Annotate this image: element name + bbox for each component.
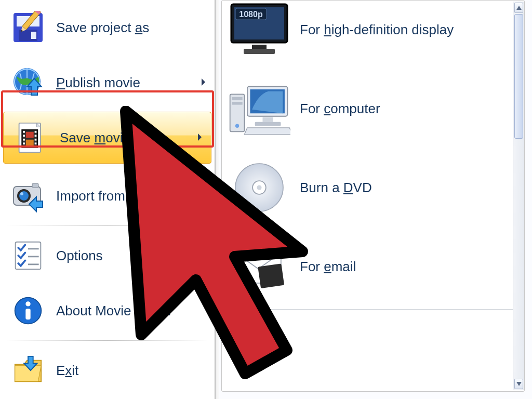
menu-item-label: Publish movie	[56, 75, 201, 91]
svg-rect-19	[35, 142, 37, 144]
svg-rect-16	[35, 131, 37, 133]
svg-rect-12	[23, 131, 25, 133]
menu-item-save-project-as[interactable]: Save project as	[0, 0, 215, 55]
submenu-scrollbar[interactable]	[513, 2, 524, 390]
menu-item-label: Import from device	[56, 188, 207, 204]
svg-rect-17	[35, 135, 37, 137]
menu-item-publish-movie[interactable]: Publish movie	[0, 55, 215, 110]
submenu-item-label: Burn a DVD	[300, 180, 372, 196]
submenu-item-hd-display[interactable]: 1080p For high-definition display	[222, 0, 524, 69]
menu-item-options[interactable]: Options	[0, 228, 215, 283]
menu-item-import-from-device[interactable]: Import from device	[0, 168, 215, 223]
svg-point-25	[19, 191, 29, 201]
svg-point-48	[235, 124, 239, 128]
info-icon	[9, 292, 47, 329]
film-doc-icon	[13, 119, 50, 156]
computer-icon	[228, 80, 290, 137]
svg-rect-47	[232, 102, 242, 105]
dvd-icon	[228, 159, 290, 216]
scroll-down-button[interactable]	[514, 379, 523, 389]
email-clip-icon	[228, 238, 290, 295]
svg-rect-18	[35, 139, 37, 141]
menu-separator	[6, 340, 208, 341]
menu-separator	[6, 225, 208, 226]
svg-rect-34	[25, 309, 30, 320]
submenu-item-label: For email	[300, 259, 356, 275]
submenu-arrow-icon	[201, 78, 207, 87]
submenu-item-burn-dvd[interactable]: Burn a DVD	[222, 148, 524, 227]
scroll-thumb[interactable]	[514, 14, 523, 139]
menu-item-label: Options	[56, 248, 207, 264]
svg-rect-42	[244, 49, 275, 54]
svg-rect-21	[26, 140, 34, 145]
svg-rect-15	[23, 142, 25, 144]
svg-rect-52	[255, 122, 281, 126]
monitor-1080p-icon: 1080p	[228, 1, 290, 58]
application-menu: Save project as Publish movie	[0, 0, 216, 399]
options-checklist-icon	[9, 237, 47, 274]
svg-point-26	[20, 192, 23, 195]
svg-point-56	[257, 185, 261, 190]
svg-rect-20	[26, 132, 34, 138]
svg-rect-14	[23, 139, 25, 141]
submenu-item-label: For high-definition display	[300, 22, 454, 38]
svg-rect-51	[262, 117, 273, 122]
globe-up-icon	[9, 64, 47, 101]
svg-point-33	[25, 301, 30, 306]
menu-separator	[6, 166, 208, 166]
menu-item-label: About Movie Maker	[56, 303, 207, 319]
save-movie-submenu-panel: Common settings 1080p For high-definitio…	[219, 0, 532, 399]
menu-item-exit[interactable]: Exit	[0, 343, 215, 398]
menu-item-label: Exit	[56, 363, 207, 379]
submenu-arrow-icon	[197, 133, 204, 142]
submenu-item-label: For computer	[300, 101, 380, 117]
svg-rect-41	[252, 45, 267, 49]
svg-rect-3	[31, 32, 36, 39]
save-disk-icon	[9, 9, 47, 46]
svg-rect-46	[232, 97, 242, 100]
menu-item-about[interactable]: About Movie Maker	[0, 283, 215, 338]
camera-import-icon	[9, 177, 47, 215]
svg-text:1080p: 1080p	[239, 10, 263, 19]
submenu-inner: Common settings 1080p For high-definitio…	[221, 0, 525, 392]
menu-item-label: Save movie	[60, 130, 197, 146]
folder-exit-icon	[9, 352, 47, 389]
scroll-up-button[interactable]	[514, 3, 523, 13]
submenu-item-computer[interactable]: For computer	[222, 69, 524, 148]
svg-rect-23	[32, 183, 38, 188]
submenu-item-email[interactable]: For email	[222, 227, 524, 306]
menu-item-label: Save project as	[56, 20, 207, 36]
svg-rect-58	[258, 263, 284, 288]
svg-rect-13	[23, 135, 25, 137]
menu-item-save-movie[interactable]: Save movie	[3, 112, 211, 164]
submenu-separator	[227, 309, 519, 310]
